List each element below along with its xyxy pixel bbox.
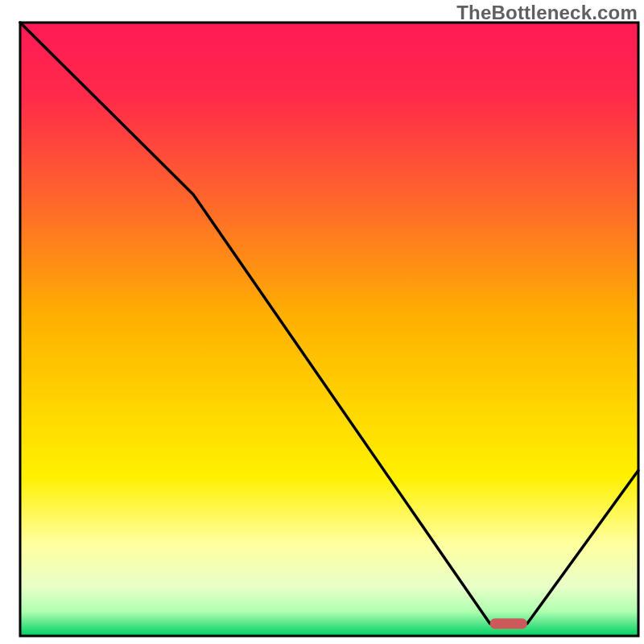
watermark-text: TheBottleneck.com xyxy=(456,2,638,24)
bottleneck-chart xyxy=(0,0,644,644)
optimal-range-marker xyxy=(490,618,527,629)
chart-frame: TheBottleneck.com xyxy=(0,0,644,644)
